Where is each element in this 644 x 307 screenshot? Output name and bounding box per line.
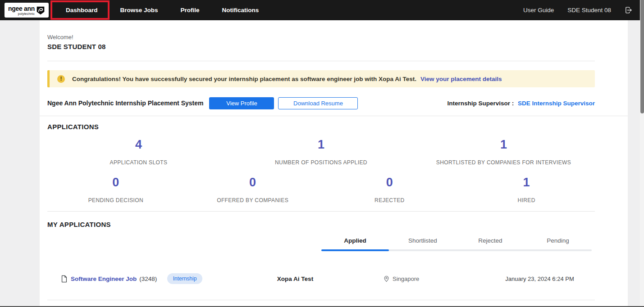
alert-message: Congratulations! You have successfully s… bbox=[72, 76, 416, 82]
user-guide-link[interactable]: User Guide bbox=[523, 7, 554, 14]
warning-icon: ! bbox=[57, 75, 65, 83]
job-cell: Software Engineer Job (3248) bbox=[47, 275, 151, 283]
stat-value: 4 bbox=[47, 137, 230, 152]
stat-value: 1 bbox=[412, 137, 595, 152]
np-logo-mark bbox=[36, 6, 45, 15]
navbar-right: User Guide SDE Student 08 bbox=[523, 6, 632, 14]
stat-value: 0 bbox=[47, 175, 184, 190]
view-placement-details-link[interactable]: View your placement details bbox=[420, 76, 502, 82]
page-scrollbar[interactable] bbox=[640, 0, 644, 307]
stat-rejected: 0 REJECTED bbox=[321, 175, 458, 203]
logout-icon[interactable] bbox=[625, 6, 632, 14]
divider bbox=[40, 116, 628, 116]
my-applications-heading: MY APPLICATIONS bbox=[47, 221, 595, 228]
download-resume-button[interactable]: Download Resume bbox=[278, 97, 358, 109]
stat-application-slots: 4 APPLICATION SLOTS bbox=[47, 137, 230, 166]
stat-label: APPLICATION SLOTS bbox=[47, 159, 230, 166]
nav-item-notifications[interactable]: Notifications bbox=[215, 0, 267, 20]
ngee-ann-logo[interactable]: ngee ann polytechnic bbox=[5, 3, 49, 18]
stat-label: NUMBER OF POSITIONS APPLIED bbox=[230, 159, 412, 166]
stat-value: 0 bbox=[184, 175, 321, 190]
document-icon bbox=[61, 275, 68, 283]
nav-item-browse-jobs[interactable]: Browse Jobs bbox=[113, 0, 166, 20]
welcome-username: SDE STUDENT 08 bbox=[47, 43, 595, 50]
stat-value: 1 bbox=[458, 175, 595, 190]
tab-pending[interactable]: Pending bbox=[524, 234, 592, 249]
stat-label: HIRED bbox=[458, 197, 595, 203]
stat-positions-applied: 1 NUMBER OF POSITIONS APPLIED bbox=[230, 137, 412, 166]
logo-text: ngee ann polytechnic bbox=[8, 5, 35, 15]
logo-line2: polytechnic bbox=[8, 12, 35, 15]
location-pin-icon bbox=[383, 275, 390, 282]
supervisor-info: Internship Supervisor : SDE Internship S… bbox=[447, 100, 595, 107]
stat-label: OFFERED BY COMPANIES bbox=[184, 197, 321, 203]
stat-hired: 1 HIRED bbox=[458, 175, 595, 203]
nav-divider bbox=[51, 5, 52, 16]
logo-line1: ngee ann bbox=[8, 5, 35, 12]
stats-row-1: 4 APPLICATION SLOTS 1 NUMBER OF POSITION… bbox=[47, 137, 595, 166]
stat-shortlisted: 1 SHORTLISTED BY COMPANIES FOR INTERVIEW… bbox=[412, 137, 595, 166]
supervisor-label: Internship Supervisor : bbox=[447, 100, 514, 107]
system-title: Ngee Ann Polytechnic Internship Placemen… bbox=[47, 99, 203, 107]
company-name: Xopa Ai Test bbox=[219, 275, 372, 282]
stats-row-2: 0 PENDING DECISION 0 OFFERED BY COMPANIE… bbox=[47, 175, 595, 203]
dashboard-card: Welcome! SDE STUDENT 08 ! Congratulation… bbox=[40, 20, 628, 307]
divider bbox=[47, 211, 595, 212]
nav-item-profile[interactable]: Profile bbox=[173, 0, 207, 20]
location-cell: Singapore bbox=[372, 275, 484, 282]
job-title-link[interactable]: Software Engineer Job bbox=[71, 275, 137, 282]
placement-alert-banner: ! Congratulations! You have successfully… bbox=[47, 70, 595, 87]
stat-label: PENDING DECISION bbox=[47, 197, 184, 203]
stat-value: 1 bbox=[230, 137, 412, 152]
view-profile-button[interactable]: View Profile bbox=[209, 97, 274, 109]
location-text: Singapore bbox=[393, 275, 419, 282]
top-navbar: ngee ann polytechnic Dashboard Browse Jo… bbox=[0, 0, 644, 20]
tab-labels: Applied Shortlisted Rejected Pending bbox=[321, 234, 592, 249]
welcome-greeting: Welcome! bbox=[47, 34, 595, 41]
profile-action-bar: Ngee Ann Polytechnic Internship Placemen… bbox=[47, 97, 595, 109]
stat-pending-decision: 0 PENDING DECISION bbox=[47, 175, 184, 203]
stat-label: SHORTLISTED BY COMPANIES FOR INTERVIEWS bbox=[412, 159, 595, 166]
application-row: Software Engineer Job (3248) Internship … bbox=[47, 271, 595, 286]
badge-cell: Internship bbox=[151, 273, 219, 284]
tab-track bbox=[321, 249, 592, 251]
tab-shortlisted[interactable]: Shortlisted bbox=[389, 234, 457, 249]
applied-date: January 23, 2024 6:24 PM bbox=[484, 275, 595, 282]
supervisor-name-link[interactable]: SDE Internship Supervisor bbox=[518, 100, 595, 107]
divider bbox=[47, 61, 595, 61]
applications-heading: APPLICATIONS bbox=[47, 123, 595, 131]
tab-rejected[interactable]: Rejected bbox=[457, 234, 524, 249]
stat-label: REJECTED bbox=[321, 197, 458, 203]
scrollbar-thumb[interactable] bbox=[640, 0, 644, 113]
divider bbox=[47, 300, 595, 300]
stat-value: 0 bbox=[321, 175, 458, 190]
stat-offered: 0 OFFERED BY COMPANIES bbox=[184, 175, 321, 203]
active-tab-indicator bbox=[321, 249, 389, 251]
job-type-badge: Internship bbox=[167, 273, 203, 284]
nav-item-dashboard[interactable]: Dashboard bbox=[58, 0, 105, 20]
my-applications-tabs: Applied Shortlisted Rejected Pending bbox=[321, 234, 592, 251]
tab-applied[interactable]: Applied bbox=[321, 234, 389, 249]
nav-menu: Dashboard Browse Jobs Profile Notificati… bbox=[58, 0, 266, 20]
username-menu[interactable]: SDE Student 08 bbox=[567, 7, 611, 14]
